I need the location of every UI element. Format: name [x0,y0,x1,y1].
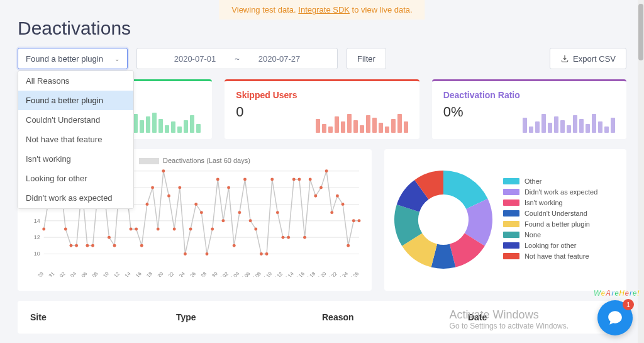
svg-point-38 [184,252,187,256]
export-csv-button[interactable]: Export CSV [550,48,626,69]
reason-option[interactable]: Not have that feature [18,130,133,149]
chevron-down-icon: ⌄ [114,55,119,62]
svg-point-29 [135,228,138,231]
table-header-cell: Type [176,312,322,322]
chat-widget-button[interactable]: WeAreHere! 1 [597,300,633,335]
reason-option[interactable]: Couldn't Understand [18,110,133,130]
reason-option[interactable]: Isn't working [18,149,133,169]
svg-point-61 [309,178,312,181]
legend-swatch [503,200,519,206]
svg-text:Jul 10: Jul 10 [260,271,274,277]
svg-point-39 [189,228,192,231]
legend-swatch [503,232,519,238]
svg-text:14: 14 [34,218,40,224]
legend-label: Looking for other [525,242,577,249]
svg-point-58 [292,178,296,181]
reason-dropdown-list[interactable]: All ReasonsFound a better pluginCouldn't… [18,70,134,209]
svg-text:Jul 04: Jul 04 [227,271,241,277]
date-to: 2020-07-27 [258,54,301,64]
legend-swatch [503,242,519,249]
legend-label: Other [525,177,542,185]
svg-point-41 [200,211,203,214]
svg-point-35 [167,194,170,198]
card-label: Deactivation Ratio [443,90,615,100]
svg-point-69 [352,219,355,222]
svg-point-18 [75,244,78,247]
donut-legend: OtherDidn't work as expectedIsn't workin… [503,177,619,263]
page-title: Deactivations [18,18,626,39]
legend-swatch [503,178,519,184]
table-header-cell: Date [468,312,614,322]
banner-suffix: to view live data. [350,5,413,14]
svg-text:Jul 22: Jul 22 [325,271,338,277]
reason-dropdown-value: Found a better plugin [26,54,103,64]
card-label: Skipped Users [236,90,408,100]
reason-option[interactable]: Found a better plugin [18,91,133,110]
svg-point-54 [270,178,274,181]
legend-label: Couldn't Understand [525,210,587,217]
svg-point-65 [330,211,333,214]
legend-label: Not have that feature [525,252,589,260]
table-header-cell: Site [30,312,176,322]
svg-point-49 [243,178,247,181]
svg-text:Jul 02: Jul 02 [216,271,230,277]
svg-point-62 [314,194,317,198]
deactivations-table-header: SiteTypeReasonDate [18,301,626,334]
svg-text:Jul 18: Jul 18 [303,271,317,277]
test-data-banner: Viewing test data. Integrate SDK to view… [219,0,425,20]
svg-point-68 [347,244,350,247]
svg-text:Jul 08: Jul 08 [249,271,263,277]
integrate-sdk-link[interactable]: Integrate SDK [298,5,350,14]
legend-item: Couldn't Understand [503,210,619,217]
stat-card: Skipped Users0 [225,79,419,139]
card-sparkline [523,108,615,133]
svg-point-28 [130,228,133,231]
svg-point-33 [157,228,160,231]
svg-point-17 [69,244,72,247]
svg-point-34 [162,169,165,172]
legend-item: Not have that feature [503,252,619,260]
legend-label: Isn't working [525,199,563,206]
svg-text:Jul 20: Jul 20 [314,271,328,277]
svg-text:10: 10 [34,251,40,257]
svg-point-36 [173,228,176,231]
svg-point-21 [91,244,94,247]
legend-label: Found a better plugin [525,220,590,228]
legend-item: Other [503,177,619,185]
svg-point-48 [238,211,241,214]
reason-dropdown[interactable]: Found a better plugin ⌄ [18,48,128,69]
reason-option[interactable]: Other [18,208,133,209]
filter-button[interactable]: Filter [347,48,386,69]
svg-point-52 [260,252,263,256]
legend-swatch [503,221,519,227]
legend-item: Isn't working [503,199,619,206]
svg-point-57 [287,236,290,239]
date-from: 2020-07-01 [174,54,216,64]
svg-point-40 [194,203,197,206]
card-sparkline [316,108,408,133]
legend-item: None [503,231,619,239]
svg-point-56 [282,236,285,239]
svg-text:Jul 24: Jul 24 [336,271,350,277]
date-range-input[interactable]: 2020-07-01 ~ 2020-07-27 [136,48,338,69]
svg-point-64 [325,169,328,172]
svg-point-59 [297,178,301,181]
svg-point-20 [86,244,89,247]
stat-card: Deactivation Ratio0% [432,79,626,139]
svg-text:Jul 16: Jul 16 [292,271,306,277]
svg-point-24 [108,236,111,239]
svg-point-63 [319,186,323,189]
svg-point-31 [145,203,148,206]
legend-label: None [525,231,541,239]
svg-point-51 [254,228,257,231]
reason-option[interactable]: All Reasons [18,71,133,91]
scrollbar-thumb[interactable] [638,4,643,60]
svg-text:Jul 14: Jul 14 [281,271,295,277]
svg-point-55 [276,211,279,214]
svg-text:Jul 26: Jul 26 [347,271,360,277]
chat-badge: 1 [623,299,634,310]
reason-option[interactable]: Looking for other [18,169,133,188]
reason-option[interactable]: Didn't work as expected [18,188,133,208]
banner-text: Viewing test data. [231,5,298,14]
legend-swatch [503,210,519,216]
